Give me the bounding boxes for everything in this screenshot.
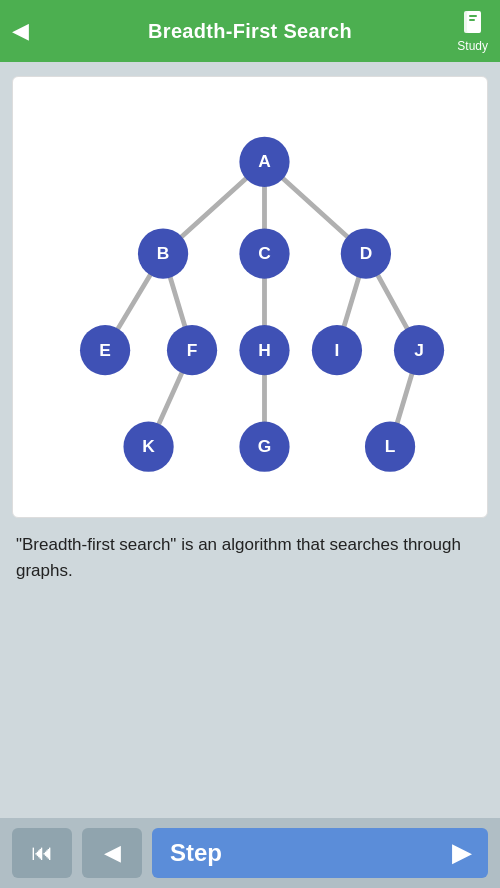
study-label: Study — [457, 39, 488, 53]
svg-text:A: A — [258, 151, 271, 171]
study-button[interactable]: Study — [457, 9, 488, 53]
svg-text:H: H — [258, 340, 271, 360]
header: ◀ Breadth-First Search Study — [0, 0, 500, 62]
study-icon — [459, 9, 487, 37]
node-F[interactable]: F — [167, 325, 217, 375]
step-arrow-icon: ▶ — [452, 839, 470, 867]
svg-rect-3 — [469, 19, 475, 21]
node-K[interactable]: K — [123, 422, 173, 472]
svg-rect-2 — [469, 15, 477, 17]
description-text: "Breadth-first search" is an algorithm t… — [12, 532, 488, 583]
svg-text:J: J — [414, 340, 424, 360]
node-D[interactable]: D — [341, 228, 391, 278]
node-A[interactable]: A — [239, 137, 289, 187]
svg-text:C: C — [258, 243, 271, 263]
svg-rect-1 — [467, 11, 481, 33]
step-label: Step — [170, 839, 222, 867]
svg-text:I: I — [335, 340, 340, 360]
node-J[interactable]: J — [394, 325, 444, 375]
node-E[interactable]: E — [80, 325, 130, 375]
node-H[interactable]: H — [239, 325, 289, 375]
node-G[interactable]: G — [239, 422, 289, 472]
graph-svg: ABCDEFHIJKGL — [23, 87, 477, 507]
footer: ⏮ ◀ Step ▶ — [0, 818, 500, 888]
svg-text:K: K — [142, 436, 155, 456]
rewind-button[interactable]: ⏮ — [12, 828, 72, 878]
node-I[interactable]: I — [312, 325, 362, 375]
node-C[interactable]: C — [239, 228, 289, 278]
svg-text:E: E — [99, 340, 111, 360]
node-L[interactable]: L — [365, 422, 415, 472]
node-B[interactable]: B — [138, 228, 188, 278]
svg-text:G: G — [258, 436, 272, 456]
back-step-button[interactable]: ◀ — [82, 828, 142, 878]
back-button[interactable]: ◀ — [12, 18, 29, 44]
main-content: ABCDEFHIJKGL "Breadth-first search" is a… — [0, 62, 500, 818]
svg-text:L: L — [385, 436, 396, 456]
step-button[interactable]: Step ▶ — [152, 828, 488, 878]
header-title: Breadth-First Search — [148, 20, 352, 43]
svg-text:B: B — [157, 243, 170, 263]
svg-text:D: D — [360, 243, 373, 263]
svg-text:F: F — [187, 340, 198, 360]
graph-container: ABCDEFHIJKGL — [12, 76, 488, 518]
